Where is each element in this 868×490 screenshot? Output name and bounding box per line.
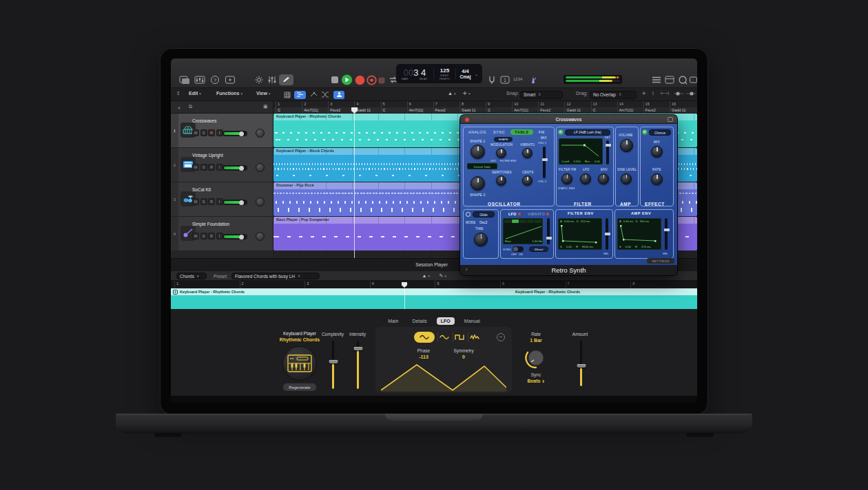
lfo-waveshape-button[interactable]	[519, 220, 526, 223]
track-volume-slider[interactable]	[223, 131, 247, 136]
play-button[interactable]	[341, 74, 353, 85]
modulation-knob[interactable]	[496, 148, 506, 158]
track-header[interactable]: 4Simple FoundationMSRI	[171, 217, 273, 251]
bar-number[interactable]: 16	[670, 101, 696, 107]
record-button[interactable]	[355, 75, 365, 85]
snap-dropdown[interactable]: Smart⇕	[520, 91, 563, 99]
editor-bar-number[interactable]: 8	[630, 281, 696, 288]
lfo-amount-slider[interactable]	[547, 218, 550, 244]
chord-cell[interactable]: Am7(11)	[617, 107, 643, 114]
editors-pencil-icon[interactable]	[279, 74, 293, 85]
bar-number[interactable]: 12	[564, 101, 590, 107]
editor-region-strip[interactable]: x Keyboard Player - Rhythmic Chords Keyb…	[171, 288, 697, 309]
track-pan-knob[interactable]	[256, 232, 265, 241]
chord-cell[interactable]: C	[486, 107, 512, 114]
phase-value[interactable]: -113	[403, 354, 444, 359]
lfo-sync-switch[interactable]	[513, 246, 524, 252]
osc-mix-slider[interactable]	[543, 147, 546, 178]
track-name[interactable]: Simple Foundation	[192, 222, 229, 226]
grid-view-icon[interactable]	[282, 91, 292, 99]
track-s-button[interactable]: S	[200, 129, 207, 136]
sine-wave-alt-button[interactable]	[437, 332, 450, 342]
record-enable-button[interactable]	[366, 75, 377, 85]
effect-mix-knob[interactable]	[651, 146, 663, 158]
filter-power-led[interactable]	[559, 130, 563, 134]
track-header[interactable]: 1CrosswavesMSRI	[171, 114, 273, 148]
shape2-knob[interactable]	[471, 176, 485, 191]
bar-number[interactable]: 3	[328, 101, 354, 107]
lfo-waveform-display[interactable]	[381, 361, 506, 392]
track-m-button[interactable]: M	[192, 129, 199, 136]
track-pan-knob[interactable]	[256, 163, 265, 172]
osc-tab-fm[interactable]: FM	[537, 129, 546, 135]
main-bar-ruler[interactable]: 12345678910111213141516	[273, 101, 697, 107]
track-header-options-icon[interactable]: ▣	[263, 104, 268, 109]
glide-mode-value[interactable]: Osc2	[479, 221, 488, 224]
editor-tab-details[interactable]: Details	[408, 317, 431, 325]
vibrato-tab[interactable]: VIBRATO	[528, 212, 545, 216]
editor-region-header[interactable]: x Keyboard Player - Rhythmic Chords Keyb…	[171, 288, 697, 295]
playhead-line[interactable]	[354, 107, 355, 258]
lcd-display[interactable]: 003 4 BARBEAT 125 KEEP TEMPO 4/4 Cmaj ⌄	[396, 64, 482, 83]
symmetry-value[interactable]: 0	[443, 354, 484, 359]
editor-pencil-tool[interactable]: ✎▾	[440, 273, 446, 279]
chord-cell[interactable]: Gadd 11	[670, 107, 696, 114]
solo-mode-icon[interactable]: 1	[499, 75, 510, 85]
bar-number[interactable]: 9	[486, 101, 512, 107]
shape1-knob[interactable]	[471, 145, 485, 159]
bar-number[interactable]: 10	[512, 101, 538, 107]
osc-tab-table[interactable]: TABLE	[510, 129, 533, 135]
lcd-chevron-icon[interactable]: ⌄	[475, 72, 478, 76]
lfo-waveshape-button[interactable]	[512, 220, 519, 223]
plugin-window-crosswaves[interactable]: Crosswaves ANALOGSYNCTABLEFM SHAPE 1 SHA…	[460, 115, 677, 275]
chord-track[interactable]: CAm7(11)Fsus2Gadd 11CAm7(11)Fsus2Gadd 11…	[273, 107, 697, 114]
media-browser-icon[interactable]	[689, 75, 697, 85]
edit-menu[interactable]: Edit▾	[189, 91, 201, 96]
amp-env-vel-slider[interactable]	[665, 218, 668, 250]
key-slider[interactable]	[606, 140, 609, 164]
lfo-display[interactable]: Rate 1.60 Hz	[503, 218, 543, 244]
osc-tab-analog[interactable]: ANALOG	[467, 129, 488, 135]
bar-number[interactable]: 1	[276, 101, 302, 107]
editor-bar-number[interactable]: 1	[174, 281, 240, 288]
chord-cell[interactable]: C	[276, 107, 302, 114]
quick-help-panels-icon[interactable]	[179, 75, 190, 85]
editor-tab-manual[interactable]: Manual	[460, 317, 484, 325]
track-s-button[interactable]: S	[200, 198, 207, 205]
bar-number[interactable]: 14	[617, 101, 643, 107]
track-volume-slider[interactable]	[223, 234, 247, 239]
bar-number[interactable]: 5	[381, 101, 407, 107]
bar-number[interactable]: 15	[643, 101, 670, 107]
track-i-button[interactable]: I	[216, 164, 223, 171]
track-pan-knob[interactable]	[256, 198, 265, 206]
rate-value[interactable]: 1 Bar	[519, 338, 553, 343]
sync-value[interactable]: Beats ⇕	[519, 379, 553, 383]
mixer-icon[interactable]	[194, 75, 205, 85]
effect-rate-knob[interactable]	[651, 173, 663, 185]
effect-power-led[interactable]	[643, 130, 647, 134]
view-menu[interactable]: View▾	[256, 91, 270, 96]
lfo-waveshape-button[interactable]	[527, 220, 534, 223]
loop-browser-icon[interactable]	[677, 75, 688, 85]
bar-number[interactable]: 13	[591, 101, 617, 107]
count-in-icon[interactable]: 1234	[513, 77, 526, 87]
sine-level-knob[interactable]	[621, 173, 632, 184]
track-r-button[interactable]: R	[208, 198, 215, 205]
trim-tool-icon[interactable]: ⊢⊣	[661, 91, 669, 96]
track-volume-slider[interactable]	[223, 200, 247, 205]
track-m-button[interactable]: M	[192, 164, 199, 171]
tuner-icon[interactable]	[486, 75, 497, 85]
quick-help-icon[interactable]	[254, 75, 265, 85]
horizontal-zoom-slider[interactable]	[686, 91, 696, 97]
filter-env-display[interactable]: A0.00 ms D210 ms S0.00 R8500 ms	[558, 218, 602, 250]
duplicate-track-button[interactable]: ⧉	[189, 104, 192, 109]
editor-bar-number[interactable]: 3	[304, 281, 370, 288]
vibrato-knob[interactable]	[522, 148, 533, 158]
editor-bar-number[interactable]: 2	[240, 281, 305, 288]
chord-cell[interactable]: C	[381, 107, 407, 114]
preset-dropdown[interactable]: Flavored Chords with busy LH⇕	[231, 273, 320, 279]
editor-bar-number[interactable]: 5	[435, 281, 500, 288]
catch-playhead-icon[interactable]: ↥	[176, 91, 180, 96]
glide-time-knob[interactable]	[474, 233, 488, 246]
chord-cell[interactable]: Fsus2	[643, 107, 670, 114]
